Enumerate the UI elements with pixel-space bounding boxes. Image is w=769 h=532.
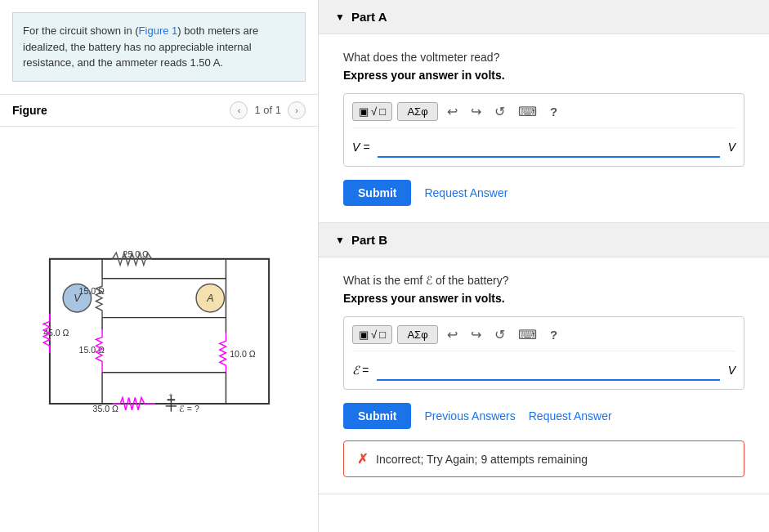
page-indicator: 1 of 1 [254,104,281,116]
figure-header: Figure ‹ 1 of 1 › [0,94,318,127]
symbol-label: ΑΣφ [407,105,427,118]
part-b-answer-box: ▣ √ □ ΑΣφ ↩ ↪ ↺ ⌨ ? ℰ = V [343,316,744,390]
part-a-chevron: ▼ [335,11,345,23]
part-b-keyboard-button[interactable]: ⌨ [514,325,541,344]
svg-text:A: A [206,293,213,304]
next-page-button[interactable]: › [288,101,306,119]
part-a-unit: V [728,141,735,154]
part-b-sqrt-icon: √ [371,329,377,341]
part-b-input[interactable] [377,360,720,381]
svg-text:25.0 Ω: 25.0 Ω [123,249,148,259]
circuit-svg: V A 25.0 Ω 15.0 Ω 15.0 Ω 45.0 Ω [29,235,290,423]
x-icon: ✗ [357,451,368,467]
part-b-reset-button[interactable]: ↺ [490,325,509,344]
prev-page-button[interactable]: ‹ [230,101,248,119]
part-a-redo-button[interactable]: ↪ [467,102,485,121]
part-a-content: What does the voltmeter read? Express yo… [319,34,769,222]
part-b-redo-button[interactable]: ↪ [467,325,485,344]
part-b-placeholder-icon: □ [379,329,386,341]
part-a-eq-label: V = [352,141,369,154]
part-a-undo-button[interactable]: ↩ [443,102,462,121]
part-b-chevron: ▼ [335,235,345,246]
svg-rect-0 [49,259,268,404]
part-b-eq-label: ℰ = [352,364,369,377]
part-b-help-button[interactable]: ? [546,326,561,343]
problem-text: For the circuit shown in (Figure 1) both… [12,12,306,82]
part-b-submit-button[interactable]: Submit [343,403,411,429]
figure-nav: ‹ 1 of 1 › [230,101,306,119]
part-b-toolbar: ▣ √ □ ΑΣφ ↩ ↪ ↺ ⌨ ? [352,325,735,351]
part-a-matrix-button[interactable]: ▣ √ □ [352,102,392,121]
part-a-input[interactable] [378,136,719,158]
part-b-section: ▼ Part B What is the emf ℰ of the batter… [319,223,769,494]
part-b-express: Express your answer in volts. [343,292,744,305]
svg-text:10.0 Ω: 10.0 Ω [230,348,255,358]
svg-text:ℰ = ?: ℰ = ? [178,403,199,413]
incorrect-text: Incorrect; Try Again; 9 attempts remaini… [376,453,588,466]
figure-title: Figure [12,104,47,117]
part-b-label: Part B [351,233,387,247]
part-a-keyboard-button[interactable]: ⌨ [514,102,541,121]
left-panel: For the circuit shown in (Figure 1) both… [0,0,319,532]
part-a-answer-box: ▣ √ □ ΑΣφ ↩ ↪ ↺ ⌨ ? V = V [343,93,744,167]
part-a-symbol-button[interactable]: ΑΣφ [397,102,438,121]
part-b-matrix-button[interactable]: ▣ √ □ [352,325,392,344]
circuit-diagram: V A 25.0 Ω 15.0 Ω 15.0 Ω 45.0 Ω [0,127,318,533]
svg-text:35.0 Ω: 35.0 Ω [92,403,118,413]
part-b-input-row: ℰ = V [352,360,735,381]
part-a-question: What does the voltmeter read? [343,51,744,64]
figure-section: Figure ‹ 1 of 1 › V A 25.0 Ω [0,94,318,533]
part-a-label: Part A [351,10,387,24]
part-b-unit: V [728,364,735,377]
matrix-icon: ▣ [359,105,369,118]
incorrect-banner: ✗ Incorrect; Try Again; 9 attempts remai… [343,440,744,477]
part-a-header[interactable]: ▼ Part A [319,0,769,34]
placeholder-icon: □ [379,105,386,118]
figure-link[interactable]: Figure 1 [139,25,178,37]
part-b-symbol-label: ΑΣφ [407,329,427,341]
part-a-toolbar: ▣ √ □ ΑΣφ ↩ ↪ ↺ ⌨ ? [352,102,735,128]
part-b-previous-answers-link[interactable]: Previous Answers [424,409,515,422]
part-b-symbol-button[interactable]: ΑΣφ [397,325,438,344]
part-b-matrix-icon: ▣ [359,329,369,341]
right-panel: ▼ Part A What does the voltmeter read? E… [319,0,769,532]
part-a-request-answer-link[interactable]: Request Answer [424,186,507,199]
sqrt-icon: √ [371,105,377,118]
part-a-section: ▼ Part A What does the voltmeter read? E… [319,0,769,223]
part-b-header[interactable]: ▼ Part B [319,223,769,257]
part-b-btn-row: Submit Previous Answers Request Answer [343,403,744,429]
part-a-input-row: V = V [352,136,735,158]
part-b-undo-button[interactable]: ↩ [443,325,462,344]
part-a-help-button[interactable]: ? [546,103,561,120]
part-b-question: What is the emf ℰ of the battery? [343,274,744,287]
part-b-request-answer-link[interactable]: Request Answer [529,409,612,422]
part-a-btn-row: Submit Request Answer [343,180,744,206]
svg-text:+: + [168,391,172,400]
part-a-reset-button[interactable]: ↺ [490,102,509,121]
part-b-content: What is the emf ℰ of the battery? Expres… [319,257,769,494]
part-a-express: Express your answer in volts. [343,69,744,82]
part-a-submit-button[interactable]: Submit [343,180,411,206]
